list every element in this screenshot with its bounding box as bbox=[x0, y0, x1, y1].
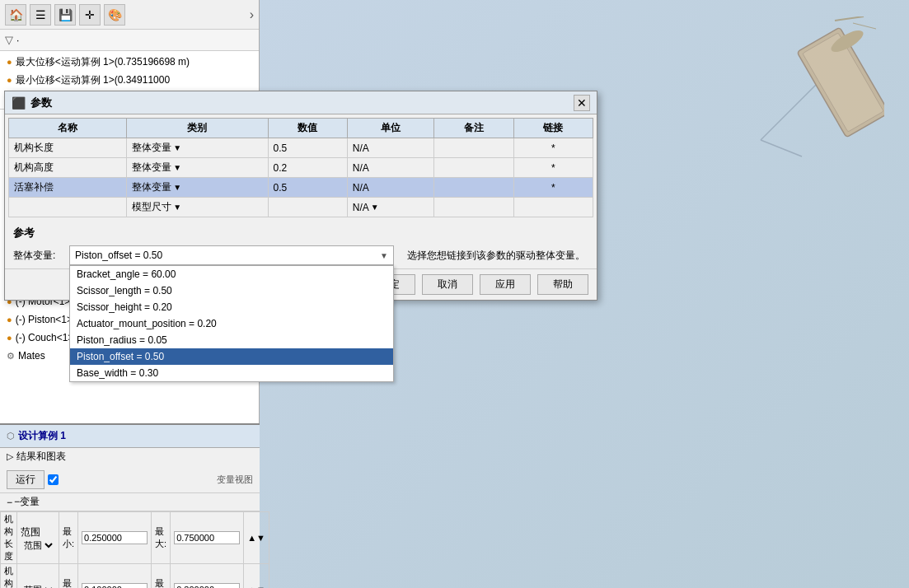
params-modal: ⬛ 参数 ✕ 名称 类别 数值 单位 备注 链接 机构长度 bbox=[4, 91, 597, 301]
col-category: 类别 bbox=[127, 119, 268, 138]
var-type-2: 范围 bbox=[17, 564, 59, 589]
design-study-tab[interactable]: ⬡ 设计算例 1 bbox=[0, 425, 260, 448]
param-name-3: 活塞补偿 bbox=[9, 178, 127, 198]
toolbar-btn-home[interactable]: 🏠 bbox=[5, 4, 26, 26]
cat-dropdown-arrow-1[interactable]: ▼ bbox=[173, 143, 181, 152]
var-max-label-2: 最大: bbox=[152, 564, 171, 589]
dropdown-option-piston-radius[interactable]: Piston_radius = 0.05 bbox=[70, 332, 393, 348]
max-disp-icon: ● bbox=[7, 57, 12, 67]
piston-label: (-) Piston<1> bbox=[16, 314, 73, 325]
filter-bar: ▽ · bbox=[0, 30, 259, 51]
toolbar-btn-save[interactable]: 💾 bbox=[54, 4, 76, 26]
dropdown-option-bracket-angle[interactable]: Bracket_angle = 60.00 bbox=[70, 266, 393, 282]
filter-icon: ▽ bbox=[5, 34, 13, 46]
cancel-button[interactable]: 取消 bbox=[422, 274, 473, 295]
global-var-dropdown-trigger[interactable]: Piston_offset = 0.50 ▼ bbox=[69, 245, 394, 265]
param-link-4 bbox=[513, 198, 593, 217]
svg-line-7 bbox=[853, 23, 876, 29]
param-row-1: 机构长度 整体变量 ▼ 0.5 N/A * bbox=[9, 138, 593, 158]
var-spinners-2: ▲▼ bbox=[244, 564, 269, 589]
col-link: 链接 bbox=[513, 119, 593, 138]
mates-label: Mates bbox=[18, 350, 45, 362]
ref-title: 参考 bbox=[13, 226, 588, 240]
toolbar-btn-color[interactable]: 🎨 bbox=[104, 4, 125, 26]
filter-dot: · bbox=[16, 35, 19, 46]
dropdown-option-scissor-height[interactable]: Scissor_height = 0.20 bbox=[70, 299, 393, 315]
cat-dropdown-arrow-3[interactable]: ▼ bbox=[173, 183, 181, 192]
reference-section: 参考 整体变量: Piston_offset = 0.50 ▼ Bracket_… bbox=[5, 221, 597, 268]
param-category-4: 模型尺寸 ▼ bbox=[127, 198, 268, 217]
dropdown-selected-value: Piston_offset = 0.50 bbox=[75, 250, 162, 261]
help-button[interactable]: 帮助 bbox=[537, 274, 588, 295]
toolbar-expand-btn[interactable]: › bbox=[250, 7, 254, 22]
params-table-header: 名称 类别 数值 单位 备注 链接 bbox=[9, 119, 593, 138]
results-row: ▷ 结果和图表 bbox=[7, 450, 253, 464]
mates-icon: ⚙ bbox=[7, 351, 15, 362]
results-label: 结果和图表 bbox=[16, 450, 66, 464]
dropdown-option-base-width[interactable]: Base_width = 0.30 bbox=[70, 365, 393, 381]
param-note-3 bbox=[434, 178, 513, 198]
toolbar-btn-list[interactable]: ☰ bbox=[30, 4, 51, 26]
tree-item-max-disp[interactable]: ● 最大位移<运动算例 1>(0.735196698 m) bbox=[0, 53, 259, 71]
dropdown-option-actuator-mount[interactable]: Actuator_mount_position = 0.20 bbox=[70, 315, 393, 332]
param-row-4-empty: 模型尺寸 ▼ N/A ▼ bbox=[9, 198, 593, 217]
var-type-select-2[interactable]: 范围 bbox=[21, 584, 55, 588]
var-section-header: − −变量 bbox=[0, 492, 260, 511]
ref-label: 整体变量: bbox=[13, 249, 63, 263]
apply-button[interactable]: 应用 bbox=[480, 274, 531, 295]
ref-row: 整体变量: Piston_offset = 0.50 ▼ Bracket_ang… bbox=[13, 245, 588, 265]
dropdown-arrow-icon: ▼ bbox=[380, 251, 388, 260]
global-var-dropdown-container: Piston_offset = 0.50 ▼ Bracket_angle = 6… bbox=[69, 245, 394, 265]
var-type-select-1[interactable]: 范围 bbox=[21, 539, 55, 551]
results-section: ▷ 结果和图表 bbox=[0, 448, 260, 465]
dropdown-option-scissor-length[interactable]: Scissor_length = 0.50 bbox=[70, 282, 393, 299]
var-section-toggle[interactable]: − bbox=[7, 497, 12, 508]
var-type-1: 范围 范围 bbox=[17, 512, 59, 564]
couch-icon: ● bbox=[7, 333, 12, 343]
param-category-1: 整体变量 ▼ bbox=[127, 138, 268, 158]
var-max-input-2[interactable] bbox=[174, 583, 240, 588]
var-max-input-1[interactable] bbox=[174, 531, 240, 544]
3d-model-sketch bbox=[719, 16, 884, 181]
var-min-2[interactable] bbox=[78, 564, 152, 589]
col-value: 数值 bbox=[268, 119, 347, 138]
toolbar-btn-add[interactable]: ✛ bbox=[79, 4, 101, 26]
modal-close-button[interactable]: ✕ bbox=[574, 95, 590, 111]
var-min-input-1[interactable] bbox=[82, 531, 148, 544]
var-min-label-1: 最小: bbox=[59, 512, 78, 564]
modal-titlebar: ⬛ 参数 ✕ bbox=[5, 91, 597, 114]
ref-description: 选择您想链接到该参数的驱动整体变量。 bbox=[407, 249, 588, 263]
run-checkbox[interactable] bbox=[48, 474, 59, 485]
var-row-1: 机构长度 范围 范围 最小: 最大: ▲▼ bbox=[1, 512, 269, 564]
min-disp-icon: ● bbox=[7, 75, 12, 85]
run-button[interactable]: 运行 bbox=[7, 470, 45, 489]
col-note: 备注 bbox=[434, 119, 513, 138]
var-max-1[interactable] bbox=[171, 512, 244, 564]
param-unit-2: N/A bbox=[347, 158, 434, 178]
var-max-label-1: 最大: bbox=[152, 512, 171, 564]
variable-view-label: 变量视图 bbox=[217, 474, 253, 486]
cat-dropdown-arrow-4[interactable]: ▼ bbox=[173, 203, 181, 212]
param-note-2 bbox=[434, 158, 513, 178]
modal-icon: ⬛ bbox=[12, 96, 26, 110]
unit-dropdown-arrow-4[interactable]: ▼ bbox=[371, 203, 379, 212]
tree-item-min-disp[interactable]: ● 最小位移<运动算例 1>(0.34911000 bbox=[0, 71, 259, 89]
param-value-1[interactable]: 0.5 bbox=[268, 138, 347, 158]
dropdown-option-piston-offset[interactable]: Piston_offset = 0.50 bbox=[70, 348, 393, 365]
expand-icon: ▷ bbox=[7, 451, 13, 462]
var-min-input-2[interactable] bbox=[82, 583, 148, 588]
param-unit-3: N/A bbox=[347, 178, 434, 198]
var-max-2[interactable] bbox=[171, 564, 244, 589]
param-value-2[interactable]: 0.2 bbox=[268, 158, 347, 178]
param-name-1: 机构长度 bbox=[9, 138, 127, 158]
run-area: 运行 变量视图 bbox=[0, 467, 260, 492]
param-note-1 bbox=[434, 138, 513, 158]
var-min-1[interactable] bbox=[78, 512, 152, 564]
var-name-2: 机构高度 bbox=[1, 564, 17, 589]
cat-dropdown-arrow-2[interactable]: ▼ bbox=[173, 163, 181, 172]
svg-line-6 bbox=[835, 16, 864, 21]
param-name-2: 机构高度 bbox=[9, 158, 127, 178]
param-value-3[interactable]: 0.5 bbox=[268, 178, 347, 198]
var-min-label-2: 最小: bbox=[59, 564, 78, 589]
modal-title: 参数 bbox=[30, 96, 574, 110]
